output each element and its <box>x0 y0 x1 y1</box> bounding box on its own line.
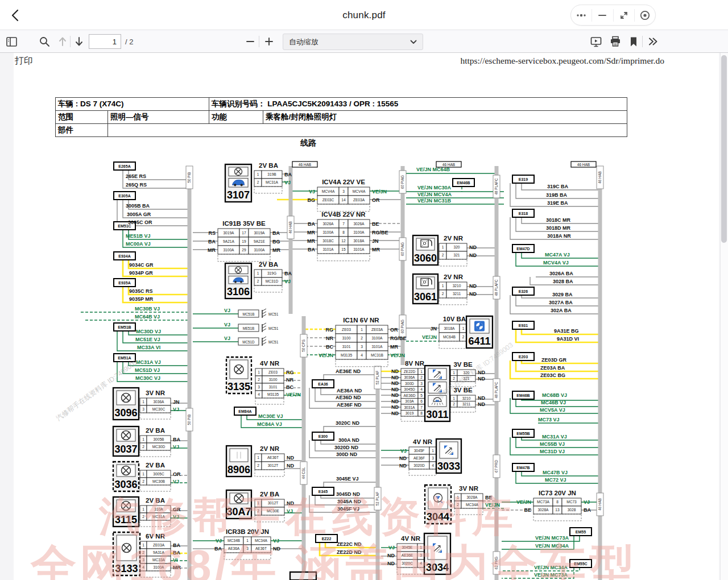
svg-text:2: 2 <box>142 550 144 554</box>
svg-text:VJ: VJ <box>284 180 291 185</box>
svg-text:1: 1 <box>142 472 144 476</box>
svg-text:BA: BA <box>308 221 315 227</box>
more-options-icon[interactable] <box>574 9 588 22</box>
svg-text:3018A: 3018A <box>353 239 365 243</box>
svg-text:3028A: 3028A <box>537 508 549 512</box>
svg-text:ND: ND <box>399 455 407 461</box>
svg-text:3012T: 3012T <box>268 463 279 467</box>
svg-text:E326: E326 <box>519 289 528 293</box>
wire-label: MC31D VJ <box>540 449 565 454</box>
svg-text:VE/JN: VE/JN <box>516 499 531 505</box>
svg-text:BG: BG <box>272 239 280 245</box>
svg-text:2: 2 <box>257 509 259 513</box>
svg-text:MR: MR <box>307 230 315 235</box>
component-3106: 3106 <box>225 263 251 299</box>
zoom-out-button[interactable] <box>243 35 257 48</box>
zoom-mode-select[interactable]: 自动缩放 <box>283 34 423 50</box>
wire-label: VJ <box>224 322 230 328</box>
svg-text:E931: E931 <box>519 324 528 328</box>
wire-label: VE/JN MC30A <box>417 185 452 190</box>
print-button[interactable] <box>609 35 622 48</box>
terminal-box-E318: E318 <box>512 209 534 217</box>
svg-text:320: 320 <box>453 245 460 249</box>
svg-text:BA: BA <box>272 230 280 236</box>
svg-text:62 PRG: 62 PRG <box>494 557 498 570</box>
svg-text:1: 1 <box>257 271 259 275</box>
svg-text:BA: BA <box>214 546 222 552</box>
svg-text:50 PIB: 50 PIB <box>187 172 191 183</box>
svg-text:3061: 3061 <box>414 291 437 303</box>
wire-label: ME51B VJ <box>126 233 151 239</box>
terminal-box-EM51B: EM51B <box>114 323 135 331</box>
svg-text:48 PLAFC: 48 PLAFC <box>494 279 498 296</box>
svg-text:2: 2 <box>442 253 444 257</box>
svg-text:E935A: E935A <box>118 281 130 285</box>
bus-bar <box>376 367 380 580</box>
svg-text:2V BA: 2V BA <box>146 497 165 504</box>
svg-text:EM46B: EM46B <box>457 181 470 185</box>
svg-text:ND: ND <box>287 463 294 469</box>
target-circle-icon[interactable] <box>638 9 652 22</box>
svg-text:1: 1 <box>442 245 444 249</box>
terminal-box-EM55B: EM55B <box>512 429 534 437</box>
wire-label: 3018C MR <box>546 217 571 223</box>
svg-text:ND: ND <box>391 392 399 398</box>
svg-text:8V NR: 8V NR <box>405 360 425 367</box>
svg-text:BA: BA <box>208 239 216 245</box>
svg-text:MC30C: MC30C <box>152 407 166 411</box>
wire-label: 3045A ND <box>337 499 361 504</box>
svg-text:4: 4 <box>142 565 144 569</box>
svg-text:3V BE: 3V BE <box>453 361 473 368</box>
svg-text:RG/BE: RG/BE <box>372 230 388 235</box>
wire-label: VE/JN MC31B <box>417 198 452 204</box>
svg-text:MR: MR <box>272 247 280 253</box>
svg-text:EM46B: EM46B <box>516 393 530 397</box>
search-button[interactable] <box>38 35 51 48</box>
resize-window-icon[interactable] <box>617 9 631 22</box>
svg-text:ME51B: ME51B <box>243 326 255 330</box>
svg-text:46 HAB: 46 HAB <box>577 163 590 167</box>
presentation-mode-button[interactable] <box>589 35 603 48</box>
pin-table: 13005B2MC30D2V BABAVJ <box>140 427 180 457</box>
svg-text:4: 4 <box>432 463 434 467</box>
wire-label: VJ <box>224 308 230 313</box>
toolbar-divider <box>70 36 71 47</box>
svg-text:EM55C: EM55C <box>574 562 587 566</box>
more-tools-button[interactable] <box>646 35 660 48</box>
svg-text:2: 2 <box>453 402 455 406</box>
vertical-scrollbar[interactable] <box>720 53 728 580</box>
svg-text:MR: MR <box>390 344 398 350</box>
svg-text:3101A: 3101A <box>322 247 334 251</box>
svg-text:ND: ND <box>391 380 399 386</box>
scrollbar-thumb[interactable] <box>721 55 727 243</box>
svg-text:ZE03A: ZE03A <box>371 328 383 332</box>
svg-text:ND: ND <box>391 399 399 404</box>
component-8906: 8906 <box>226 446 251 477</box>
sidebar-toggle-button[interactable] <box>5 35 18 48</box>
wire-label: MCV4A VJ <box>543 260 569 266</box>
svg-text:VE/JN: VE/JN <box>286 392 301 397</box>
svg-text:EM55B: EM55B <box>516 432 530 436</box>
zoom-in-button[interactable] <box>262 35 276 48</box>
next-page-button[interactable] <box>72 35 86 48</box>
terminal-box-EM51A: EM51A <box>114 354 135 362</box>
svg-text:3045D: 3045D <box>404 387 415 391</box>
svg-text:2V BA: 2V BA <box>146 427 165 434</box>
component-3107: 3107 <box>225 164 251 202</box>
wire-label: 300D ND <box>336 451 358 457</box>
svg-text:BA: BA <box>173 437 180 442</box>
minimize-icon[interactable] <box>595 9 609 22</box>
svg-text:3045F: 3045F <box>414 449 425 453</box>
previous-page-button[interactable] <box>56 35 69 48</box>
svg-text:3210: 3210 <box>453 284 461 288</box>
svg-text:44 CSL: 44 CSL <box>301 467 305 479</box>
svg-text:MC34A: MC34A <box>255 538 268 542</box>
terminal-box-EM55: EM55 <box>570 528 592 536</box>
page-number-input[interactable] <box>89 34 121 49</box>
bookmark-button[interactable] <box>627 35 640 48</box>
svg-text:ZE03A: ZE03A <box>153 543 165 547</box>
wire-label: 3045E VJ <box>336 476 359 482</box>
svg-text:1: 1 <box>257 501 259 505</box>
wire-label: 3005A GR <box>127 212 151 217</box>
svg-text:46 HAB: 46 HAB <box>598 498 602 511</box>
